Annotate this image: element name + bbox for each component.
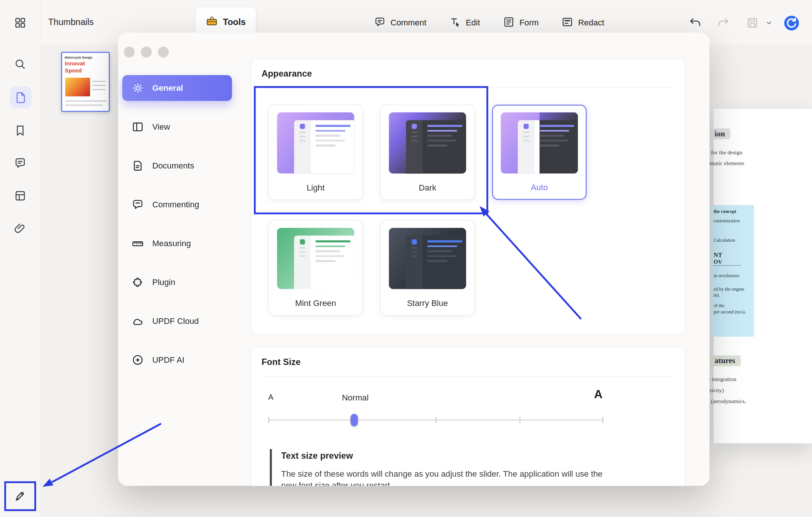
- text-size-preview-body: The size of these words will change as y…: [281, 468, 607, 486]
- nav-label: Plugin: [152, 278, 176, 287]
- redact-button-label: Redact: [578, 18, 604, 28]
- form-icon: [503, 16, 515, 30]
- thumbnail-text-line: [92, 81, 106, 82]
- settings-nav: General View Documents Commenting Measur…: [122, 75, 232, 386]
- edit-button-label: Edit: [466, 18, 480, 28]
- theme-preview-dark: [389, 112, 466, 174]
- zoom-window-button[interactable]: [158, 47, 169, 58]
- undo-button[interactable]: [689, 16, 702, 30]
- font-size-slider-thumb[interactable]: [351, 414, 358, 426]
- attachment-paperclip-icon[interactable]: [14, 222, 26, 235]
- thumbnail-text-line: [92, 85, 106, 86]
- theme-preview-light: [277, 112, 354, 174]
- annotations-list-icon[interactable]: [14, 157, 26, 169]
- doc-heading-fragment: atures: [706, 355, 740, 366]
- thumbnail-title-line1: Innovat: [65, 60, 106, 66]
- toolbox-icon: [206, 15, 218, 30]
- doc-text-line: ctivity): [707, 387, 724, 393]
- minimize-window-button[interactable]: [141, 47, 152, 58]
- theme-label: Mint Green: [269, 299, 363, 308]
- thumbnails-panel-icon[interactable]: [10, 87, 31, 108]
- theme-label: Light: [269, 183, 363, 193]
- font-size-section: Font Size A Normal A Text size preview T…: [251, 347, 686, 486]
- doc-heading-fragment: ion: [706, 129, 730, 139]
- redo-button[interactable]: [716, 16, 730, 30]
- edit-icon: [449, 16, 461, 30]
- settings-nav-commenting[interactable]: Commenting: [122, 192, 232, 217]
- theme-card-starry-blue[interactable]: Starry Blue: [380, 220, 475, 315]
- nav-label: Commenting: [152, 200, 199, 209]
- thumbnail-doc-heading: Motorcycle Design: [65, 56, 106, 59]
- doc-text-line: y integration: [707, 376, 737, 383]
- thumbnail-text-line: [65, 105, 103, 106]
- nav-label: UPDF Cloud: [152, 316, 199, 326]
- appearance-title: Appearance: [261, 69, 312, 79]
- edit-button[interactable]: Edit: [449, 16, 480, 30]
- settings-nav-view[interactable]: View: [122, 114, 232, 140]
- apps-grid-icon[interactable]: [14, 16, 26, 29]
- appearance-section: Appearance Light Dark: [251, 59, 686, 334]
- search-icon[interactable]: [14, 58, 26, 70]
- font-size-max-label: A: [594, 387, 602, 401]
- thumbnail-title-line2: Speed: [65, 67, 106, 74]
- divider: [261, 87, 675, 88]
- theme-preview-auto: [501, 112, 578, 174]
- nav-label: Measuring: [152, 239, 191, 248]
- close-window-button[interactable]: [124, 47, 134, 58]
- doc-callout-box: the concept customization Calculation NT…: [711, 205, 754, 337]
- page-thumbnail[interactable]: Motorcycle Design Innovat Speed: [61, 52, 110, 112]
- doc-text-line: ematic elements: [707, 160, 744, 166]
- left-toolbar-rail: [0, 0, 40, 517]
- tab-tools-label: Tools: [223, 17, 246, 28]
- theme-preview-mint-green: [277, 228, 354, 289]
- doc-text-line: s for the design: [707, 149, 743, 155]
- text-size-preview-heading: Text size preview: [281, 451, 353, 462]
- redact-icon: [561, 16, 573, 30]
- thumbnail-text-line: [92, 89, 106, 90]
- theme-card-mint-green[interactable]: Mint Green: [268, 220, 363, 315]
- theme-card-dark[interactable]: Dark: [380, 105, 475, 200]
- form-button[interactable]: Form: [503, 16, 539, 30]
- preview-quote-bar: [270, 449, 272, 486]
- redact-button[interactable]: Redact: [561, 16, 604, 30]
- settings-nav-measuring[interactable]: Measuring: [122, 230, 232, 256]
- pdf-page-background: ion s for the design ematic elements the…: [714, 109, 812, 443]
- annotation-arrowhead-sign: [43, 479, 53, 487]
- theme-label: Dark: [381, 183, 474, 193]
- theme-card-auto[interactable]: Auto: [492, 105, 587, 200]
- comment-button-label: Comment: [390, 18, 426, 28]
- app-window: Thumbnails Tools Comment Edit Form Reda: [0, 0, 812, 517]
- font-size-value-label: Normal: [327, 393, 384, 402]
- page-organize-icon[interactable]: [14, 189, 26, 202]
- nav-label: General: [152, 83, 183, 93]
- nav-label: UPDF AI: [152, 355, 185, 365]
- theme-card-light[interactable]: Light: [268, 105, 363, 200]
- settings-nav-updf-cloud[interactable]: UPDF Cloud: [122, 308, 232, 334]
- font-size-min-label: A: [268, 393, 273, 402]
- theme-preview-starry-blue: [389, 228, 466, 289]
- font-size-slider-track[interactable]: [268, 420, 603, 421]
- settings-nav-documents[interactable]: Documents: [122, 153, 232, 179]
- save-button[interactable]: [746, 16, 759, 30]
- sign-stamp-icon[interactable]: [13, 489, 27, 503]
- save-dropdown-chevron-icon[interactable]: [765, 19, 772, 26]
- divider: [261, 376, 675, 377]
- nav-label: Documents: [152, 161, 194, 170]
- doc-text-line: s (aerodynamics,: [707, 398, 746, 404]
- window-traffic-lights: [124, 47, 169, 58]
- settings-nav-plugin[interactable]: Plugin: [122, 269, 232, 295]
- nav-label: View: [152, 122, 170, 131]
- theme-label: Auto: [493, 183, 586, 192]
- comment-icon: [374, 16, 386, 30]
- settings-dialog: General View Documents Commenting Measur…: [118, 32, 709, 486]
- thumbnail-text-line: [65, 100, 107, 102]
- font-size-title: Font Size: [261, 357, 301, 368]
- bookmark-icon[interactable]: [14, 124, 26, 137]
- comment-button[interactable]: Comment: [374, 16, 427, 30]
- settings-nav-general[interactable]: General: [122, 75, 232, 101]
- thumbnails-panel-title: Thumbnails: [48, 17, 94, 28]
- settings-nav-updf-ai[interactable]: UPDF AI: [122, 347, 232, 373]
- form-button-label: Form: [520, 18, 539, 28]
- updf-ai-badge-icon[interactable]: [784, 15, 800, 31]
- theme-label: Starry Blue: [381, 299, 474, 308]
